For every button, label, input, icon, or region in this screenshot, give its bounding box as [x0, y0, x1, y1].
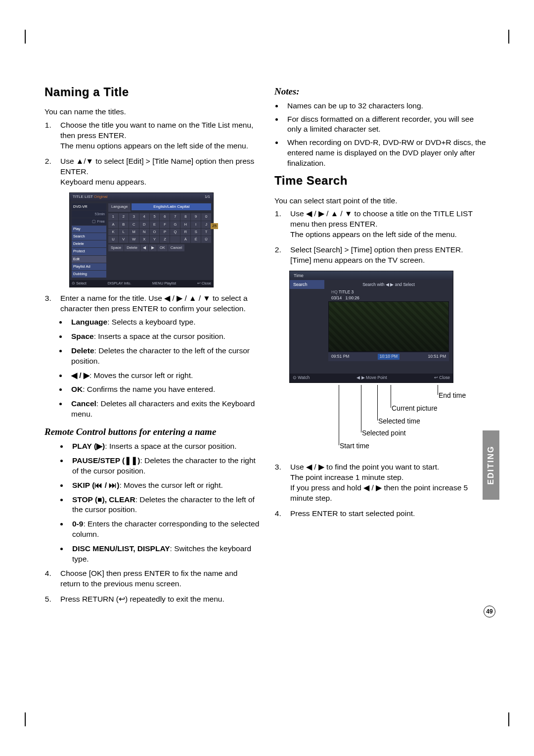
- osd-key: N: [139, 229, 149, 236]
- callout-selected-point: Selected point: [362, 428, 406, 438]
- osd-key: [170, 236, 180, 243]
- osd-key: Ü: [201, 236, 211, 243]
- crop-mark: [508, 712, 509, 726]
- step-1: Choose the title you want to name on the…: [53, 120, 260, 151]
- osd-key: R: [180, 229, 190, 236]
- osd-key: 2: [119, 213, 129, 220]
- osd-key: 4: [139, 213, 149, 220]
- step-3: Enter a name for the title. Use ◀ / ▶ / …: [53, 293, 260, 420]
- osd-key: B: [119, 221, 129, 228]
- osd-key: T: [201, 229, 211, 236]
- sub-bullet: OK: Confirms the name you have entered.: [67, 384, 260, 395]
- sub-bullet: ◀ / ▶: Moves the cursor left or right.: [67, 371, 260, 381]
- osd-key: 3: [129, 213, 139, 220]
- osd-preview-area: [328, 301, 449, 352]
- sub-bullet: Delete: Deletes the character to the lef…: [67, 346, 260, 367]
- osd-key: Q: [170, 229, 180, 236]
- osd-key: V: [119, 236, 129, 243]
- osd-key: 8: [180, 213, 190, 220]
- sub-bullet: Space: Inserts a space at the cursor pos…: [67, 331, 260, 342]
- remote-subheading: Remote Control buttons for entering a na…: [44, 425, 260, 438]
- osd-key: F: [160, 221, 170, 228]
- sub-bullet: Language: Selects a keyboard type.: [67, 317, 260, 328]
- osd-key: W: [129, 236, 139, 243]
- right-column: Notes: Names can be up to 32 characters …: [274, 84, 490, 610]
- osd-key: X: [139, 236, 149, 243]
- remote-bullet: STOP (■), CLEAR: Deletes the character t…: [68, 495, 260, 516]
- osd-key: C: [129, 221, 139, 228]
- step-4: Choose [OK] then press ENTER to fix the …: [53, 568, 260, 589]
- osd-key: 6: [160, 213, 170, 220]
- tstep-3: Use ◀ / ▶ to find the point you want to …: [283, 462, 490, 504]
- osd-key: S: [191, 229, 201, 236]
- callout-end-time: End time: [439, 391, 466, 400]
- osd-key: D: [139, 221, 149, 228]
- osd-key: U: [108, 236, 118, 243]
- section-tab-editing: EDITING: [483, 430, 499, 500]
- osd-key: E: [150, 221, 160, 228]
- tstep-1: Use ◀ / ▶ / ▲ / ▼ to choose a title on t…: [283, 209, 490, 240]
- osd-key: L: [119, 229, 129, 236]
- osd-key: G: [170, 221, 180, 228]
- osd-key: Z: [160, 236, 170, 243]
- crop-mark: [25, 712, 26, 726]
- remote-bullet: DISC MENU/LIST, DISPLAY: Switches the ke…: [68, 544, 260, 565]
- sub-bullet: Cancel: Deletes all characters and exits…: [67, 399, 260, 420]
- osd-timesearch-screenshot: Time Search Search with ◀ ▶ and Select H…: [289, 271, 453, 383]
- remote-bullet: SKIP (⏮ / ⏭): Moves the cursor left or r…: [68, 480, 260, 491]
- remote-bullet: PAUSE/STEP (❚❚): Deletes the character t…: [68, 456, 260, 476]
- osd-key: H: [180, 221, 190, 228]
- osd-key: 0: [201, 213, 211, 220]
- note-bullet: For discs formatted on a different recor…: [283, 114, 490, 135]
- intro-text: You can name the titles.: [44, 107, 260, 117]
- callouts-block: End time Current picture Selected time S…: [289, 385, 467, 459]
- osd-key: Y: [150, 236, 160, 243]
- osd-key: 7: [170, 213, 180, 220]
- callout-current-picture: Current picture: [392, 404, 438, 413]
- osd-key: 1: [108, 213, 118, 220]
- intro2: You can select start point of the title.: [274, 196, 490, 206]
- osd-keyboard-screenshot: TITLE LIST Original 1/1 DVD-VR 53min ▢ F…: [69, 192, 214, 287]
- osd-key: A: [108, 221, 118, 228]
- osd-key: 9: [191, 213, 201, 220]
- heading-naming-title: Naming a Title: [44, 84, 260, 100]
- heading-time-search: Time Search: [274, 173, 490, 189]
- osd-key: P: [160, 229, 170, 236]
- left-column: Naming a Title You can name the titles. …: [44, 84, 260, 610]
- callout-selected-time: Selected time: [378, 417, 420, 426]
- osd-key: K: [108, 229, 118, 236]
- osd-lang-label: English/Latin Capital: [132, 203, 211, 211]
- osd-key: 5: [150, 213, 160, 220]
- note-bullet: When recording on DVD-R, DVD-RW or DVD+R…: [283, 138, 490, 169]
- osd-key: Ä: [180, 236, 190, 243]
- osd-key: I: [191, 221, 201, 228]
- osd-key: M: [129, 229, 139, 236]
- osd-key: É: [191, 236, 201, 243]
- page-number: 49: [484, 606, 495, 617]
- osd-key: J: [201, 221, 211, 228]
- osd-key: O: [150, 229, 160, 236]
- callout-start-time: Start time: [340, 441, 369, 451]
- remote-bullet: 0-9: Enters the character corresponding …: [68, 519, 260, 540]
- tstep-2: Select [Search] > [Time] option then pre…: [283, 245, 490, 266]
- tstep-4: Press ENTER to start selected point.: [283, 509, 490, 519]
- notes-heading: Notes:: [274, 85, 490, 98]
- remote-bullet: PLAY (▶): Inserts a space at the cursor …: [68, 441, 260, 452]
- step-2: Use ▲/▼ to select [Edit] > [Title Name] …: [53, 156, 260, 188]
- note-bullet: Names can be up to 32 characters long.: [283, 101, 490, 111]
- step-5: Press RETURN (↩) repeatedly to exit the …: [53, 594, 260, 605]
